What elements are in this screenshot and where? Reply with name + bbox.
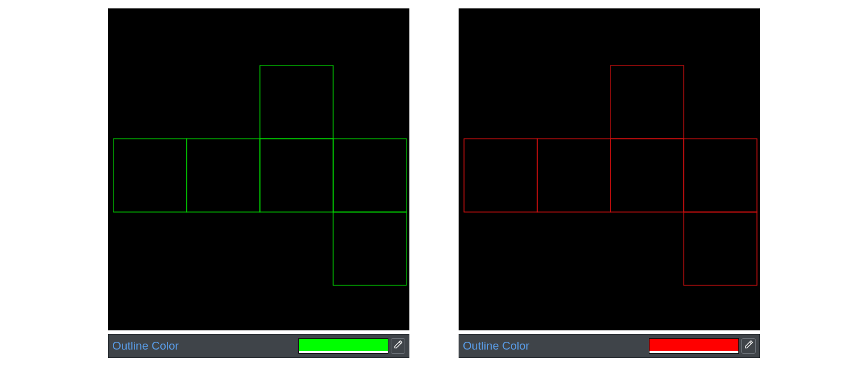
outline-color-swatch-left[interactable] xyxy=(298,338,388,354)
svg-rect-10 xyxy=(610,65,684,139)
svg-rect-0 xyxy=(113,139,187,212)
svg-rect-1 xyxy=(187,139,260,212)
eyedropper-icon xyxy=(393,340,403,352)
svg-rect-6 xyxy=(464,139,537,212)
svg-rect-7 xyxy=(537,139,610,212)
outline-color-swatch-right[interactable] xyxy=(649,338,739,354)
svg-rect-2 xyxy=(260,139,333,212)
outline-color-row-left: Outline Color xyxy=(108,334,409,358)
panel-right: Outline Color xyxy=(459,8,760,358)
canvas-right[interactable] xyxy=(459,8,760,330)
outline-color-label: Outline Color xyxy=(112,339,298,353)
svg-rect-9 xyxy=(684,139,757,212)
canvas-left[interactable] xyxy=(108,8,409,330)
svg-rect-8 xyxy=(610,139,684,212)
panel-left: Outline Color xyxy=(108,8,409,358)
cube-net-right xyxy=(459,8,760,330)
outline-color-row-right: Outline Color xyxy=(459,334,760,358)
svg-rect-4 xyxy=(260,65,333,139)
svg-rect-5 xyxy=(333,212,406,285)
eyedropper-button-right[interactable] xyxy=(741,338,756,354)
cube-net-left xyxy=(108,8,409,330)
svg-rect-11 xyxy=(684,212,757,285)
eyedropper-icon xyxy=(744,340,753,352)
eyedropper-button-left[interactable] xyxy=(391,338,405,354)
outline-color-label: Outline Color xyxy=(463,339,649,353)
svg-rect-3 xyxy=(333,139,406,212)
